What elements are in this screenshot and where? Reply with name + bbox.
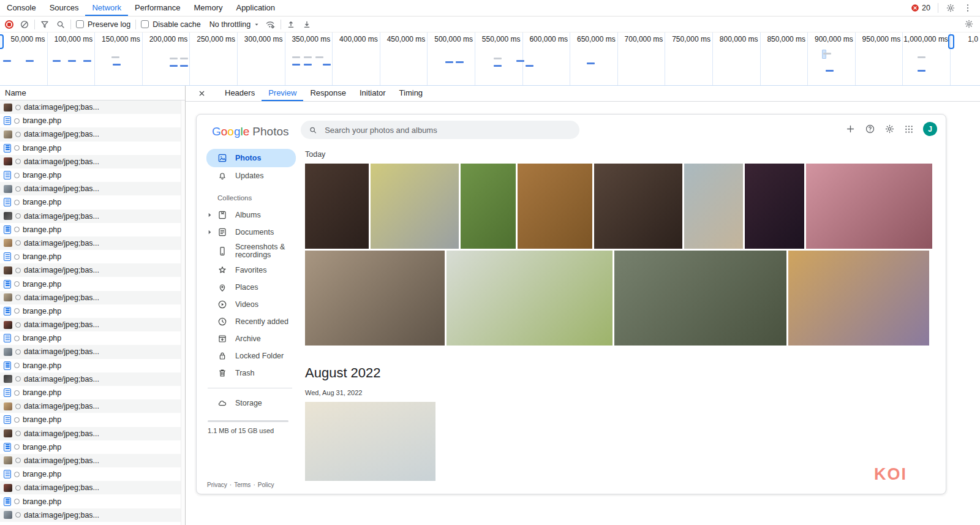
- table-row[interactable]: data:image/jpeg;bas...: [0, 454, 181, 467]
- detail-tab-response[interactable]: Response: [303, 86, 353, 101]
- sidebar-item-videos[interactable]: Videos: [206, 296, 296, 313]
- settings-gear-icon[interactable]: [884, 124, 895, 134]
- search-input[interactable]: [323, 125, 571, 135]
- network-conditions-icon[interactable]: [265, 19, 276, 30]
- request-list-scrollbar[interactable]: [181, 100, 185, 525]
- tab-network[interactable]: Network: [85, 0, 128, 16]
- overview-drag-handle[interactable]: [948, 34, 954, 49]
- name-column-header[interactable]: Name: [0, 86, 185, 100]
- sidebar-item-documents[interactable]: Documents: [206, 224, 296, 241]
- table-row[interactable]: data:image/jpeg;bas...: [0, 236, 181, 250]
- overview-drag-handle[interactable]: [0, 34, 4, 49]
- table-row[interactable]: data:image/jpeg;bas...: [0, 291, 181, 304]
- close-detail-button[interactable]: [193, 86, 211, 101]
- clear-button[interactable]: [20, 20, 29, 29]
- tab-sources[interactable]: Sources: [43, 0, 86, 16]
- sidebar-item-archive[interactable]: Archive: [206, 330, 296, 347]
- detail-tab-headers[interactable]: Headers: [218, 86, 262, 101]
- settings-gear-icon[interactable]: [946, 3, 956, 13]
- photo-thumbnail[interactable]: [371, 164, 459, 249]
- table-row[interactable]: data:image/jpeg;bas...: [0, 345, 181, 358]
- table-row[interactable]: brange.php: [0, 467, 181, 481]
- table-row[interactable]: brange.php: [0, 250, 181, 263]
- record-button[interactable]: [5, 20, 13, 29]
- terms-link[interactable]: Terms: [234, 482, 251, 488]
- photo-thumbnail[interactable]: [518, 164, 592, 249]
- tab-memory[interactable]: Memory: [187, 0, 230, 16]
- table-row[interactable]: brange.php: [0, 142, 181, 155]
- table-row[interactable]: brange.php: [0, 331, 181, 345]
- caret-right-icon[interactable]: [207, 213, 213, 218]
- table-row[interactable]: data:image/jpeg;bas...: [0, 210, 181, 223]
- table-row[interactable]: data:image/jpeg;bas...: [0, 318, 181, 331]
- photo-thumbnail[interactable]: [745, 164, 804, 249]
- help-icon[interactable]: [865, 124, 875, 134]
- table-row[interactable]: data:image/jpeg;bas...: [0, 508, 181, 522]
- network-settings-gear-icon[interactable]: [964, 19, 974, 29]
- error-count-badge[interactable]: 20: [911, 4, 930, 12]
- table-row[interactable]: data:image/jpeg;bas...: [0, 481, 181, 494]
- photos-search-bar[interactable]: [301, 121, 579, 139]
- photo-thumbnail[interactable]: [305, 251, 445, 346]
- detail-tab-preview[interactable]: Preview: [262, 86, 303, 101]
- table-row[interactable]: brange.php: [0, 114, 181, 127]
- sidebar-item-screenshots[interactable]: Screenshots & recordings: [206, 241, 296, 262]
- preserve-log-toggle[interactable]: Preserve log: [76, 20, 130, 29]
- sidebar-item-photos[interactable]: Photos: [206, 149, 296, 167]
- disable-cache-toggle[interactable]: Disable cache: [141, 20, 201, 29]
- throttling-select[interactable]: No throttling: [209, 20, 260, 29]
- sidebar-item-favorites[interactable]: Favorites: [206, 262, 296, 279]
- tab-console[interactable]: Console: [0, 0, 43, 16]
- photo-thumbnail[interactable]: [305, 164, 369, 249]
- search-icon[interactable]: [56, 20, 66, 29]
- august-photo-thumbnail[interactable]: [305, 402, 435, 481]
- filter-icon[interactable]: [40, 20, 50, 29]
- detail-tab-initiator[interactable]: Initiator: [353, 86, 393, 101]
- table-row[interactable]: brange.php: [0, 168, 181, 182]
- table-row[interactable]: brange.php: [0, 304, 181, 318]
- detail-tab-timing[interactable]: Timing: [393, 86, 430, 101]
- table-row[interactable]: data:image/jpeg;bas...: [0, 127, 181, 141]
- sidebar-item-storage[interactable]: Storage: [206, 395, 296, 412]
- table-row[interactable]: data:image/jpeg;bas...: [0, 182, 181, 195]
- privacy-link[interactable]: Privacy: [207, 482, 227, 488]
- table-row[interactable]: data:image/jpeg;bas...: [0, 372, 181, 386]
- tab-performance[interactable]: Performance: [128, 0, 187, 16]
- table-row[interactable]: brange.php: [0, 386, 181, 399]
- photo-thumbnail[interactable]: [614, 251, 786, 346]
- photo-thumbnail[interactable]: [806, 164, 932, 249]
- table-row[interactable]: data:image/jpeg;bas...: [0, 427, 181, 440]
- caret-right-icon[interactable]: [207, 230, 213, 235]
- sidebar-item-places[interactable]: Places: [206, 279, 296, 296]
- timeline-overview[interactable]: 50,000 ms100,000 ms150,000 ms200,000 ms2…: [0, 32, 980, 86]
- table-row[interactable]: brange.php: [0, 413, 181, 426]
- photo-thumbnail[interactable]: [594, 164, 682, 249]
- photo-thumbnail[interactable]: [684, 164, 743, 249]
- policy-link[interactable]: Policy: [258, 482, 274, 488]
- kebab-menu-icon[interactable]: [963, 3, 973, 13]
- table-row[interactable]: brange.php: [0, 440, 181, 454]
- table-row[interactable]: data:image/jpeg;bas...: [0, 399, 181, 413]
- google-photos-logo[interactable]: Google Photos: [212, 125, 288, 138]
- table-row[interactable]: brange.php: [0, 223, 181, 236]
- avatar[interactable]: J: [923, 122, 937, 136]
- table-row[interactable]: brange.php: [0, 359, 181, 372]
- sidebar-item-albums[interactable]: Albums: [206, 206, 296, 224]
- export-har-icon[interactable]: [302, 20, 312, 29]
- table-row[interactable]: brange.php: [0, 277, 181, 290]
- table-row[interactable]: brange.php: [0, 195, 181, 209]
- preserve-log-checkbox[interactable]: [76, 20, 84, 28]
- photo-thumbnail[interactable]: [461, 164, 516, 249]
- import-har-icon[interactable]: [286, 20, 296, 29]
- tab-application[interactable]: Application: [229, 0, 282, 16]
- table-row[interactable]: brange.php: [0, 494, 181, 508]
- table-row[interactable]: data:image/jpeg;bas...: [0, 100, 181, 114]
- upload-plus-icon[interactable]: [845, 124, 856, 134]
- apps-grid-icon[interactable]: [904, 124, 914, 134]
- sidebar-item-updates[interactable]: Updates: [206, 167, 296, 184]
- table-row[interactable]: data:image/jpeg;bas...: [0, 155, 181, 168]
- table-row[interactable]: data:image/jpeg;bas...: [0, 263, 181, 277]
- sidebar-item-recently-added[interactable]: Recently added: [206, 313, 296, 330]
- photo-thumbnail[interactable]: [788, 251, 929, 346]
- photo-thumbnail[interactable]: [447, 251, 612, 346]
